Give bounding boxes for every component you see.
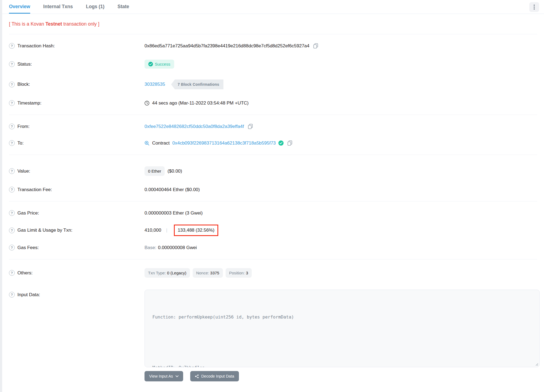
view-input-as-button[interactable]: View Input As — [145, 371, 183, 381]
base-fee-label: Base: — [145, 245, 156, 250]
field-label: Status: — [17, 62, 32, 67]
copy-icon[interactable] — [313, 43, 318, 49]
resize-grip-icon[interactable] — [534, 362, 538, 366]
gas-usage-value: 133,488 (32.56%) — [178, 228, 214, 233]
help-icon[interactable]: ? — [9, 292, 15, 298]
gas-price-value: 0.000000003 Ether (3 Gwei) — [145, 210, 203, 216]
transaction-fee-value: 0.000400464 Ether ($0.00) — [145, 187, 200, 192]
section-gas: ?Gas Price: 0.000000003 Ether (3 Gwei) ?… — [2, 201, 544, 259]
tab-overview[interactable]: Overview — [9, 0, 30, 14]
value-usd: ($0.00) — [167, 169, 182, 174]
field-label: Input Data: — [17, 292, 40, 298]
field-label: Block: — [17, 82, 30, 87]
chevron-down-icon — [176, 375, 179, 377]
help-icon[interactable]: ? — [9, 124, 15, 129]
block-confirmations-badge: 7 Block Confirmations — [171, 79, 224, 89]
help-icon[interactable]: ? — [9, 140, 15, 146]
help-icon[interactable]: ? — [9, 187, 15, 192]
copy-icon[interactable] — [248, 124, 253, 129]
input-data-textarea[interactable]: Function: performUpkeep(uint256 id, byte… — [145, 290, 540, 367]
help-icon[interactable]: ? — [9, 228, 15, 233]
decode-icon — [195, 374, 199, 378]
transaction-hash-value: 0x86ed5a771e725aa94d5b7fa2398e4419e216d8… — [145, 43, 309, 49]
input-function-line: Function: performUpkeep(uint256 id, byte… — [152, 313, 532, 321]
decode-input-data-button[interactable]: Decode Input Data — [190, 371, 239, 381]
row-input-data: ?Input Data: Function: performUpkeep(uin… — [2, 283, 544, 387]
status-badge: Success — [145, 60, 174, 69]
txn-type-badge: Txn Type: 0 (Legacy) — [145, 268, 190, 278]
field-label: Gas Limit & Usage by Txn: — [17, 228, 72, 233]
row-transaction-fee: ?Transaction Fee: 0.000400464 Ether ($0.… — [2, 181, 544, 198]
magnifier-plus-icon[interactable] — [145, 141, 149, 146]
value-amount-badge: 0 Ether — [145, 166, 165, 176]
from-address-link[interactable]: 0xfee7522e8482682cf50ddc50a0f8da2a39effa… — [145, 124, 244, 129]
help-icon[interactable]: ? — [9, 210, 15, 216]
to-contract-prefix: Contract — [152, 140, 170, 146]
section-overview-top: ?Transaction Hash: 0x86ed5a771e725aa94d5… — [2, 34, 544, 115]
testnet-notice: [ This is a Kovan Testnet transaction on… — [9, 21, 537, 27]
timestamp-value: 44 secs ago (Mar-11-2022 03:54:48 PM +UT… — [152, 100, 249, 106]
help-icon[interactable]: ? — [9, 270, 15, 276]
help-icon[interactable]: ? — [9, 43, 15, 49]
verified-check-icon — [278, 140, 284, 146]
field-label: To: — [17, 140, 24, 146]
field-label: From: — [17, 124, 29, 129]
more-options-button[interactable] — [529, 2, 539, 12]
help-icon[interactable]: ? — [9, 100, 15, 106]
position-badge: Position: 3 — [226, 268, 252, 278]
section-addresses: ?From: 0xfee7522e8482682cf50ddc50a0f8da2… — [2, 115, 544, 155]
help-icon[interactable]: ? — [9, 82, 15, 87]
row-timestamp: ?Timestamp: 44 secs ago (Mar-11-2022 03:… — [2, 95, 544, 111]
row-others: ?Others: Txn Type: 0 (Legacy) Nonce: 337… — [2, 263, 544, 283]
nonce-badge: Nonce: 3375 — [193, 268, 223, 278]
field-label: Value: — [17, 169, 30, 174]
pipe-separator: | — [166, 228, 167, 233]
row-from: ?From: 0xfee7522e8482682cf50ddc50a0f8da2… — [2, 118, 544, 135]
row-status: ?Status: Success — [2, 54, 544, 74]
gas-limit-value: 410,000 — [145, 228, 161, 233]
decode-input-data-label: Decode Input Data — [201, 374, 234, 378]
help-icon[interactable]: ? — [9, 61, 15, 67]
tab-logs[interactable]: Logs (1) — [86, 0, 105, 14]
copy-icon[interactable] — [287, 140, 292, 146]
vertical-dots-icon — [534, 5, 535, 10]
help-icon[interactable]: ? — [9, 245, 15, 250]
field-label: Timestamp: — [17, 100, 41, 106]
check-circle-icon — [148, 62, 153, 66]
to-address-link[interactable]: 0x4cb093f226983713164a62138c3f718a5b595f… — [172, 140, 276, 146]
transaction-detail-card: Overview Internal Txns Logs (1) State [ … — [0, 0, 544, 392]
clock-icon — [145, 101, 149, 106]
section-others: ?Others: Txn Type: 0 (Legacy) Nonce: 337… — [2, 259, 544, 390]
row-block: ?Block: 30328535 7 Block Confirmations — [2, 74, 544, 95]
field-label: Transaction Hash: — [17, 43, 55, 49]
field-label: Others: — [17, 270, 33, 276]
row-transaction-hash: ?Transaction Hash: 0x86ed5a771e725aa94d5… — [2, 38, 544, 54]
input-methodid-line: MethodID: 0x7bbaf1ea — [152, 363, 532, 367]
row-gas-limit-usage: ?Gas Limit & Usage by Txn: 410,000 | 133… — [2, 221, 544, 239]
field-label: Gas Fees: — [17, 245, 39, 250]
block-number-link[interactable]: 30328535 — [145, 82, 165, 87]
view-input-as-label: View Input As — [149, 374, 173, 378]
row-gas-fees: ?Gas Fees: Base: 0.000000008 Gwei — [2, 239, 544, 256]
field-label: Gas Price: — [17, 210, 39, 216]
status-text: Success — [155, 62, 170, 66]
section-value: ?Value: 0 Ether ($0.00) ?Transaction Fee… — [2, 155, 544, 201]
help-icon[interactable]: ? — [9, 168, 15, 174]
tab-state[interactable]: State — [118, 0, 129, 14]
base-fee-value: 0.000000008 Gwei — [158, 245, 197, 250]
gas-usage-highlight: 133,488 (32.56%) — [174, 225, 218, 236]
row-value: ?Value: 0 Ether ($0.00) — [2, 161, 544, 181]
row-to: ?To: Contract 0x4cb093f226983713164a6213… — [2, 135, 544, 151]
row-gas-price: ?Gas Price: 0.000000003 Ether (3 Gwei) — [2, 205, 544, 221]
tab-bar: Overview Internal Txns Logs (1) State — [2, 0, 544, 14]
tab-internal-txns[interactable]: Internal Txns — [43, 0, 73, 14]
field-label: Transaction Fee: — [17, 187, 52, 192]
